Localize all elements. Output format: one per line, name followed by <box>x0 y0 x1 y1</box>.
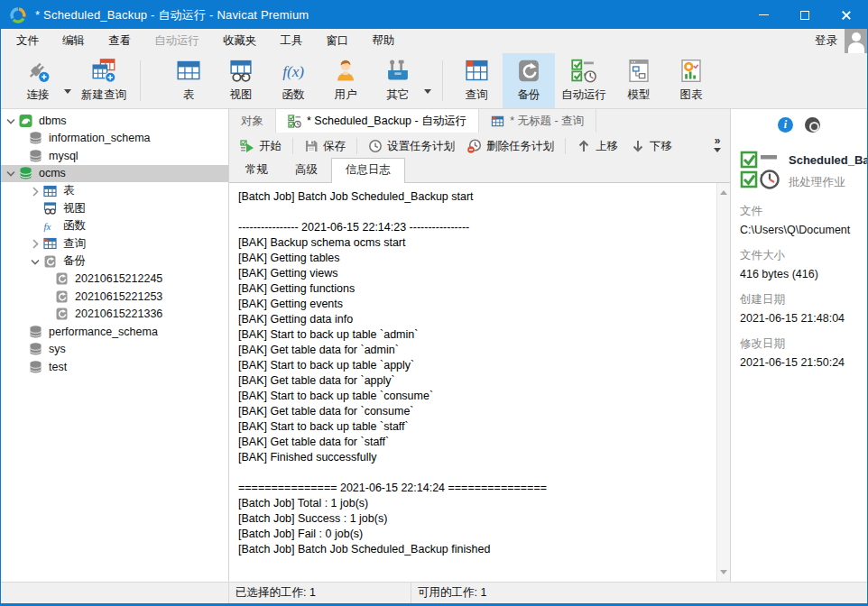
toolbar-charts-button[interactable]: 图表 <box>665 53 717 108</box>
tree-item-views[interactable]: 视图 <box>1 200 228 218</box>
status-selected-jobs: 已选择的工作: 1 <box>229 583 411 603</box>
close-icon <box>841 10 852 21</box>
tree-item-functions[interactable]: fx 函数 <box>1 217 228 235</box>
menu-help[interactable]: 帮助 <box>361 30 407 52</box>
database-open-icon <box>18 166 33 180</box>
tab-untitled-query[interactable]: * 无标题 - 查询 <box>479 109 596 133</box>
scroll-down-icon[interactable] <box>720 570 727 578</box>
move-up-icon <box>577 139 591 153</box>
toolbar-view-button[interactable]: 视图 <box>215 53 267 108</box>
new-query-icon <box>89 58 118 84</box>
view-icon <box>226 58 255 84</box>
editor-sub-tabs: 常规 高级 信息日志 <box>229 160 730 182</box>
chevron-down-icon[interactable] <box>28 254 42 269</box>
log-scrollbar[interactable] <box>716 183 730 582</box>
toolbar-new-query-button[interactable]: 新建查询 <box>75 53 133 108</box>
menu-window[interactable]: 窗口 <box>315 30 361 52</box>
database-icon <box>28 360 43 374</box>
toolbar-function-button[interactable]: f(x) 函数 <box>267 53 319 108</box>
tree-item-queries[interactable]: 查询 <box>1 235 228 253</box>
chevron-down-icon[interactable] <box>4 166 18 180</box>
chevron-right-icon[interactable] <box>28 236 42 251</box>
database-icon <box>28 342 43 356</box>
move-up-button[interactable]: 上移 <box>570 136 624 157</box>
mysql-connection-icon <box>18 114 33 128</box>
start-icon <box>240 139 254 153</box>
tab-objects[interactable]: 对象 <box>229 109 276 133</box>
toolbar-others-button[interactable]: 其它 <box>372 53 424 108</box>
others-dropdown-icon[interactable] <box>424 89 431 97</box>
menu-edit[interactable]: 编辑 <box>51 30 97 52</box>
menu-bar: 文件 编辑 查看 自动运行 收藏夹 工具 窗口 帮助 登录 <box>1 29 867 53</box>
tree-item-sys[interactable]: sys <box>1 341 228 359</box>
close-button[interactable] <box>826 1 867 29</box>
connection-dropdown-icon[interactable] <box>64 89 71 97</box>
toolbar-table-button[interactable]: 表 <box>162 53 215 108</box>
tab-message-log[interactable]: 信息日志 <box>331 158 405 183</box>
chevron-right-icon[interactable] <box>28 184 42 198</box>
overflow-more-icon: » <box>715 136 721 145</box>
toolbar-model-button[interactable]: 模型 <box>613 53 665 108</box>
file-field: 文件 C:\Users\Q\Document <box>740 204 867 236</box>
function-icon: fx <box>42 219 58 234</box>
tab-advanced[interactable]: 高级 <box>282 159 331 182</box>
tree-item-dbms[interactable]: dbms <box>1 112 228 130</box>
connection-tree: dbms information_schema mysql ocms 表 <box>1 109 229 582</box>
maximize-icon <box>800 11 809 20</box>
toolbar-user-button[interactable]: 用户 <box>319 53 372 108</box>
menu-view[interactable]: 查看 <box>97 30 143 52</box>
main-toolbar: 连接 新建查询 表 视图 f(x) 函数 用户 其它 <box>1 53 867 109</box>
tree-item-performance-schema[interactable]: performance_schema <box>1 323 228 341</box>
toolbar-connection-button[interactable]: 连接 <box>12 53 64 108</box>
backup-icon <box>514 58 543 84</box>
status-available-jobs: 可用的工作: 1 <box>411 583 867 603</box>
automation-icon <box>569 58 598 84</box>
minimize-button[interactable] <box>743 1 784 29</box>
job-type-label: 批处理作业 <box>789 175 867 190</box>
connection-icon <box>23 58 52 84</box>
tree-item-backup-file[interactable]: 20210615221336 <box>1 306 228 324</box>
table-icon <box>42 184 58 198</box>
toolbar-backup-button[interactable]: 备份 <box>503 53 555 108</box>
main-area: 对象 * Scheduled_Backup - 自动运行 * 无标题 - 查询 … <box>229 109 730 582</box>
created-date-field: 创建日期 2021-06-15 21:48:04 <box>740 292 867 325</box>
set-schedule-button[interactable]: 设置任务计划 <box>362 136 461 157</box>
tree-item-ocms[interactable]: ocms <box>1 165 228 183</box>
menu-automation[interactable]: 自动运行 <box>143 30 211 52</box>
tab-scheduled-backup[interactable]: * Scheduled_Backup - 自动运行 <box>276 109 479 133</box>
backup-badge-icon[interactable] <box>805 117 820 133</box>
chevron-down-icon[interactable] <box>4 114 18 128</box>
move-down-button[interactable]: 下移 <box>624 136 679 157</box>
info-icon[interactable]: i <box>778 117 793 133</box>
user-avatar[interactable] <box>845 29 867 53</box>
tree-item-information-schema[interactable]: information_schema <box>1 130 228 148</box>
menu-favorites[interactable]: 收藏夹 <box>211 30 269 52</box>
delete-schedule-button[interactable]: 删除任务计划 <box>461 136 560 157</box>
query-icon <box>491 115 504 128</box>
database-icon <box>28 325 43 339</box>
tree-item-mysql[interactable]: mysql <box>1 147 228 165</box>
toolbar-overflow-button[interactable]: » <box>714 136 730 156</box>
tree-item-tables[interactable]: 表 <box>1 182 228 200</box>
database-icon <box>28 149 43 163</box>
save-button[interactable]: 保存 <box>298 136 352 157</box>
tree-item-backup-file[interactable]: 20210615221253 <box>1 288 228 306</box>
maximize-button[interactable] <box>784 1 826 29</box>
scroll-up-icon[interactable] <box>720 187 727 195</box>
start-button[interactable]: 开始 <box>234 136 288 157</box>
tree-item-test[interactable]: test <box>1 358 228 376</box>
backup-file-icon <box>54 307 69 321</box>
menu-file[interactable]: 文件 <box>5 30 51 52</box>
tree-item-backups[interactable]: 备份 <box>1 252 228 271</box>
toolbar-query-button[interactable]: 查询 <box>450 53 503 108</box>
set-schedule-icon <box>368 139 383 153</box>
toolbar-automation-button[interactable]: 自动运行 <box>555 53 613 108</box>
svg-text:fx: fx <box>44 221 51 232</box>
tab-general[interactable]: 常规 <box>232 159 282 182</box>
login-button[interactable]: 登录 <box>808 30 845 52</box>
menu-tools[interactable]: 工具 <box>269 30 315 52</box>
toolbar-separator <box>140 60 141 101</box>
save-icon <box>304 139 319 153</box>
workspace: dbms information_schema mysql ocms 表 <box>1 109 867 582</box>
tree-item-backup-file[interactable]: 20210615212245 <box>1 271 228 289</box>
